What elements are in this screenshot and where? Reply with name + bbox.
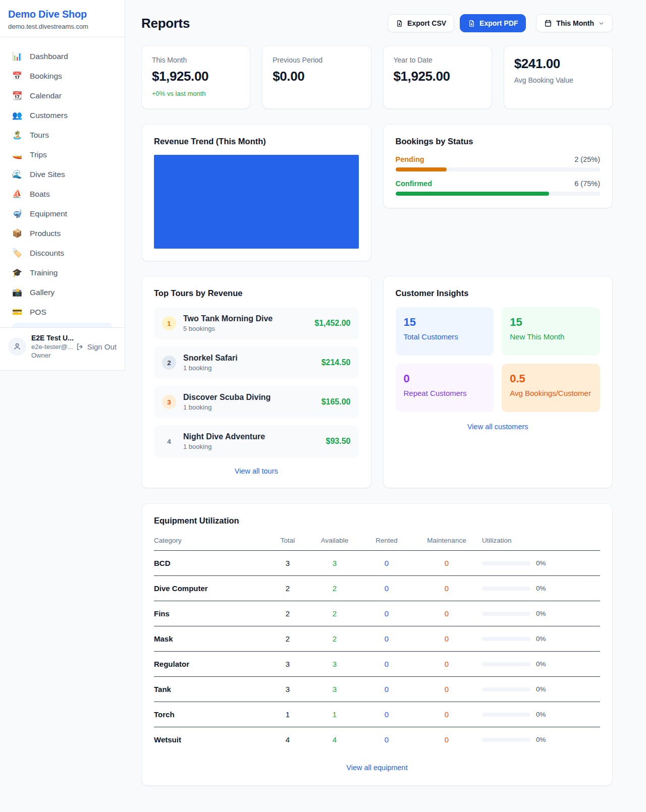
sidebar-item-products[interactable]: 📦 Products xyxy=(6,223,119,243)
sidebar-item-gallery[interactable]: 📸 Gallery xyxy=(6,282,119,302)
cell-rented: 0 xyxy=(362,677,411,702)
tour-list: 1 Two Tank Morning Dive 5 bookings $1,45… xyxy=(154,307,359,457)
sidebar-item-label: Dive Sites xyxy=(30,170,65,179)
sidebar-item-trips[interactable]: 🚤 Trips xyxy=(6,145,119,164)
sidebar-item-customers[interactable]: 👥 Customers xyxy=(6,105,119,125)
tour-bookings: 1 booking xyxy=(183,364,314,372)
status-row-confirmed: Confirmed 6 (75%) xyxy=(396,180,601,196)
tour-revenue: $93.50 xyxy=(326,437,351,446)
tour-name: Discover Scuba Diving xyxy=(183,393,314,402)
user-email: e2e-tester@... xyxy=(31,343,71,351)
mid-row: Top Tours by Revenue 1 Two Tank Morning … xyxy=(141,276,613,488)
insight-label: Total Customers xyxy=(404,332,486,341)
sign-out-button[interactable]: Sign Out xyxy=(76,342,117,351)
export-pdf-button[interactable]: Export PDF xyxy=(460,14,526,32)
insight-value: 0 xyxy=(404,372,486,385)
utilization-percent: 0% xyxy=(536,559,546,567)
sidebar-item-dashboard[interactable]: 📊 Dashboard xyxy=(6,46,119,66)
stat-card-year-to-date: Year to Date $1,925.00 xyxy=(383,45,492,109)
brand-domain: demo.test.divestreams.com xyxy=(8,23,117,30)
equipment-icon: 🤿 xyxy=(12,209,22,218)
cell-maintenance: 0 xyxy=(411,652,482,677)
stats-row: This Month $1,925.00 +0% vs last month P… xyxy=(141,45,613,109)
cell-maintenance: 0 xyxy=(411,626,482,652)
sidebar-item-reports-active-partial[interactable] xyxy=(12,323,113,327)
sidebar-item-calendar[interactable]: 📆 Calendar xyxy=(6,86,119,105)
products-icon: 📦 xyxy=(12,228,22,238)
status-progress-fill xyxy=(396,192,549,196)
calendar-icon xyxy=(544,19,552,27)
stat-card-avg-booking-value: $241.00 Avg Booking Value xyxy=(504,45,613,109)
sidebar-item-dive-sites[interactable]: 🌊 Dive Sites xyxy=(6,164,119,184)
sidebar-item-label: Discounts xyxy=(30,249,64,258)
sidebar-item-bookings[interactable]: 📅 Bookings xyxy=(6,66,119,86)
sidebar-item-training[interactable]: 🎓 Training xyxy=(6,263,119,282)
dive-sites-icon: 🌊 xyxy=(12,169,22,179)
table-row: Torch 1 1 0 0 0% xyxy=(154,702,600,727)
tour-row: 4 Night Dive Adventure 1 booking $93.50 xyxy=(154,425,359,457)
avatar xyxy=(8,337,26,356)
cell-rented: 0 xyxy=(362,702,411,727)
file-download-icon xyxy=(396,20,403,27)
stat-label: Previous Period xyxy=(273,56,360,64)
cell-maintenance: 0 xyxy=(411,601,482,626)
tour-revenue: $214.50 xyxy=(321,358,351,367)
cell-available: 4 xyxy=(307,727,362,752)
cell-total: 4 xyxy=(268,727,307,752)
utilization-bar xyxy=(482,561,530,565)
view-all-tours-link[interactable]: View all tours xyxy=(235,467,278,475)
cell-category: Tank xyxy=(154,677,268,702)
export-pdf-label: Export PDF xyxy=(479,19,518,27)
cell-total: 3 xyxy=(268,551,307,576)
tour-bookings: 1 booking xyxy=(183,443,319,450)
cell-category: BCD xyxy=(154,551,268,576)
status-progress-fill xyxy=(396,167,447,171)
sidebar-item-pos[interactable]: 💳 POS xyxy=(6,302,119,322)
status-label: Pending xyxy=(396,155,424,163)
sidebar-item-boats[interactable]: ⛵ Boats xyxy=(6,184,119,204)
brand-block: Demo Dive Shop demo.test.divestreams.com xyxy=(0,0,125,37)
table-row: Mask 2 2 0 0 0% xyxy=(154,626,600,652)
sidebar-item-label: Bookings xyxy=(30,72,62,81)
cell-available: 3 xyxy=(307,551,362,576)
utilization-percent: 0% xyxy=(536,660,546,668)
export-csv-button[interactable]: Export CSV xyxy=(388,14,454,32)
view-all-equipment-link[interactable]: View all equipment xyxy=(346,764,407,772)
sidebar-item-label: Training xyxy=(30,268,58,277)
revenue-trend-title: Revenue Trend (This Month) xyxy=(154,137,359,146)
boats-icon: ⛵ xyxy=(12,189,22,199)
bookings-by-status-card: Bookings by Status Pending 2 (25%) Confi… xyxy=(383,124,613,208)
trips-icon: 🚤 xyxy=(12,150,22,159)
tour-bookings: 5 bookings xyxy=(183,325,307,332)
cell-available: 2 xyxy=(307,626,362,652)
stat-delta: +0% vs last month xyxy=(152,90,240,97)
user-info: E2E Test U... e2e-tester@... Owner xyxy=(31,334,71,359)
stat-label: This Month xyxy=(152,56,240,64)
cell-maintenance: 0 xyxy=(411,551,482,576)
cell-total: 2 xyxy=(268,576,307,601)
sidebar-item-discounts[interactable]: 🏷️ Discounts xyxy=(6,243,119,263)
user-role: Owner xyxy=(31,352,71,359)
chevron-down-icon xyxy=(598,20,605,27)
period-dropdown[interactable]: This Month xyxy=(536,14,613,32)
cell-available: 1 xyxy=(307,702,362,727)
insight-label: New This Month xyxy=(510,332,592,341)
view-all-customers-link[interactable]: View all customers xyxy=(467,423,528,431)
tour-bookings: 1 booking xyxy=(183,403,314,411)
sidebar-item-label: Gallery xyxy=(30,288,55,297)
col-total: Total xyxy=(268,532,307,551)
cell-total: 3 xyxy=(268,652,307,677)
cell-total: 1 xyxy=(268,702,307,727)
equipment-table: Category Total Available Rented Maintena… xyxy=(154,532,600,752)
sidebar-item-tours[interactable]: 🏝️ Tours xyxy=(6,125,119,145)
insight-tile-avg-bookings: 0.5 Avg Bookings/Customer xyxy=(502,364,600,412)
bookings-icon: 📅 xyxy=(12,71,22,81)
stat-label: Year to Date xyxy=(394,56,481,64)
sidebar-item-label: Equipment xyxy=(30,209,67,218)
page-header: Reports Export CSV Export PDF This Month xyxy=(141,14,613,32)
utilization-bar xyxy=(482,687,530,691)
dashboard-icon: 📊 xyxy=(12,51,22,61)
stat-label: Avg Booking Value xyxy=(514,76,602,84)
sidebar-item-equipment[interactable]: 🤿 Equipment xyxy=(6,204,119,223)
stat-value: $241.00 xyxy=(514,56,602,72)
